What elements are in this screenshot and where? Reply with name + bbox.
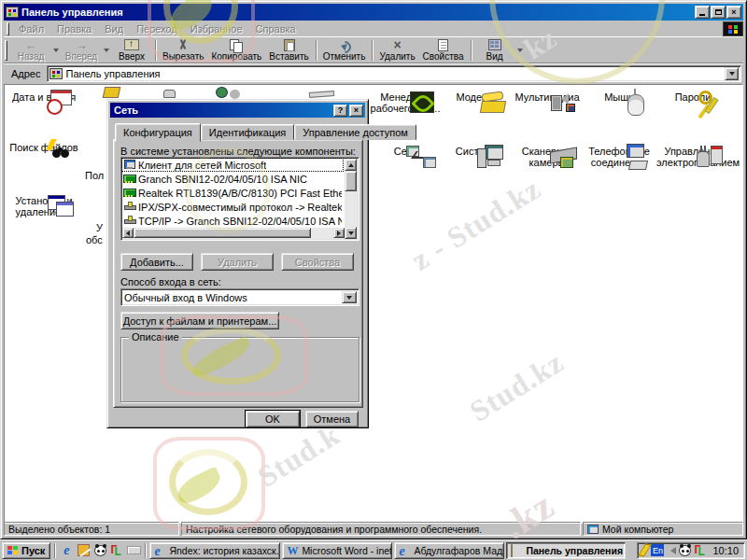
menu-help[interactable]: Справка — [249, 21, 303, 36]
start-button[interactable]: Пуск — [2, 542, 50, 559]
icon-dialup[interactable]: Телефонные соединения — [583, 143, 655, 168]
icon-add-remove-programs[interactable]: Установка и удаление ... — [7, 192, 80, 217]
forward-button[interactable]: → Вперед — [61, 38, 102, 63]
icon-mouse[interactable]: Мышь — [583, 89, 655, 103]
scroll-thumb[interactable] — [134, 228, 311, 238]
icon-network[interactable]: Сеть — [369, 143, 442, 157]
undo-button[interactable]: Отменить — [319, 38, 370, 63]
protocol-icon — [123, 216, 135, 226]
icon-date-time[interactable]: Дата и время — [7, 89, 80, 103]
control-panel-icon — [49, 68, 63, 79]
hidden-display-icon — [163, 90, 176, 98]
menu-favorites[interactable]: Избранное — [184, 21, 249, 36]
list-item[interactable]: Realtek RTL8139(A/B/C/8130) PCI Fast Eth… — [121, 186, 344, 200]
lingvo-icon[interactable] — [109, 543, 124, 558]
status-selected: Выделено объектов: 1 — [4, 522, 179, 536]
address-dropdown-icon[interactable] — [725, 67, 739, 80]
scroll-up-icon[interactable] — [345, 159, 357, 171]
list-item[interactable]: Granch SBNI12-02/04/05/10 ISA NIC — [121, 172, 344, 186]
client-icon — [123, 160, 135, 170]
tab-configuration[interactable]: Конфигурация — [115, 123, 201, 142]
ok-button[interactable]: OK — [246, 411, 300, 427]
component-properties-button[interactable]: Свойства — [281, 253, 354, 271]
logon-combobox[interactable]: Обычный вход в Windows — [120, 288, 359, 306]
scroll-left-icon[interactable] — [122, 228, 134, 238]
view-dropdown-icon[interactable] — [517, 49, 523, 52]
address-input[interactable]: Панель управления — [47, 65, 742, 82]
menu-view[interactable]: Вид — [98, 21, 130, 36]
icon-multimedia[interactable]: Мультимедиа — [511, 89, 584, 103]
paste-button[interactable]: Вставить — [265, 38, 312, 63]
delete-button[interactable]: × Удалить — [375, 38, 418, 63]
panda-antivirus-icon[interactable] — [92, 543, 107, 558]
add-button[interactable]: Добавить... — [120, 253, 193, 271]
list-item[interactable]: Клиент для сетей Microsoft — [121, 158, 344, 172]
combo-dropdown-icon[interactable] — [342, 291, 357, 303]
file-print-sharing-button[interactable]: Доступ к файлам и принтерам... — [120, 312, 279, 329]
maximize-button[interactable] — [711, 6, 726, 19]
menu-grip[interactable] — [7, 22, 9, 35]
horizontal-scrollbar[interactable] — [122, 228, 345, 239]
toolbar-separator — [155, 40, 156, 61]
icon-passwords[interactable]: Пароли — [656, 89, 729, 103]
dialog-help-button[interactable]: ? — [333, 105, 347, 117]
scroll-thumb[interactable] — [345, 171, 357, 191]
hidden-sound-icon — [103, 87, 121, 98]
lingvo-tray-icon[interactable] — [694, 544, 707, 557]
hidden-icon-label-fragment: У — [96, 222, 106, 233]
remove-button[interactable]: Удалить — [201, 253, 274, 271]
internet-explorer-icon[interactable]: e — [59, 543, 74, 558]
task-yandex[interactable]: e Яndex: история казахск... — [149, 542, 280, 559]
back-dropdown-icon[interactable] — [53, 49, 59, 52]
status-zone: Мой компьютер — [583, 522, 743, 536]
toolbar-grip[interactable] — [5, 40, 7, 61]
keyboard-icon[interactable] — [126, 543, 141, 558]
copy-button[interactable]: Копировать — [207, 38, 265, 63]
scroll-down-icon[interactable] — [345, 227, 357, 239]
folder-icon — [511, 545, 523, 556]
panda-tray-icon[interactable] — [679, 545, 691, 556]
dialog-close-button[interactable]: × — [349, 105, 363, 117]
taskbar: Пуск e e Яndex: история казахск... W Mic… — [0, 539, 747, 560]
tab-access-control[interactable]: Управление доступом — [294, 124, 416, 140]
back-button[interactable]: ← Назад — [10, 38, 51, 63]
description-groupbox: Описание — [120, 337, 359, 402]
outlook-express-icon[interactable] — [76, 543, 91, 558]
forward-dropdown-icon[interactable] — [104, 49, 109, 52]
up-button[interactable]: Вверх — [111, 38, 152, 63]
cancel-button[interactable]: Отмена — [305, 411, 359, 427]
list-item[interactable]: IPX/SPX-совместимый протокол -> Realtek … — [121, 200, 344, 214]
task-word[interactable]: W Microsoft Word - inet — [282, 542, 392, 559]
undo-icon — [338, 39, 350, 51]
components-list[interactable]: Клиент для сетей Microsoft Granch SBNI12… — [120, 157, 359, 241]
view-button[interactable]: Вид — [474, 38, 515, 63]
icon-power-management[interactable]: Управление электропитанием — [656, 143, 729, 168]
icon-desktop-manager[interactable]: Менеджер рабочего сто... — [369, 89, 442, 114]
tab-identification[interactable]: Идентификация — [201, 124, 294, 140]
tray-lightning-icon[interactable] — [639, 544, 652, 557]
screen: Панель управления × Файл Правка Вид Пере… — [0, 0, 747, 560]
logon-label: Способ входа в сеть: — [120, 276, 221, 287]
menu-go[interactable]: Переход — [130, 21, 184, 36]
menu-file[interactable]: Файл — [12, 21, 50, 36]
task-control-panel[interactable]: Панель управления — [506, 542, 626, 559]
icon-system[interactable]: Система — [440, 143, 513, 157]
windows-logo-icon — [723, 21, 743, 36]
language-indicator[interactable]: En — [651, 544, 664, 556]
icon-scanners-cameras[interactable]: Сканеры и камеры — [511, 143, 584, 168]
menu-edit[interactable]: Правка — [50, 21, 98, 36]
scroll-right-icon[interactable] — [333, 228, 345, 238]
task-abdulgafarov[interactable]: e Абдулгафаров Мади - О... — [394, 542, 504, 559]
cut-button[interactable]: Вырезать — [159, 38, 207, 63]
toolbar: ← Назад → Вперед Вверх Вырезать Копирова… — [4, 37, 743, 63]
minimize-button[interactable] — [695, 6, 710, 19]
title-bar: Панель управления × — [4, 4, 743, 21]
properties-button[interactable]: Свойства — [419, 38, 468, 63]
list-item[interactable]: TCP/IP -> Granch SBNI12-02/04/05/10 ISA … — [121, 214, 344, 228]
icon-find-files[interactable]: Поиск файлов — [7, 139, 80, 153]
volume-icon[interactable] — [667, 547, 676, 554]
vertical-scrollbar[interactable] — [345, 159, 358, 239]
close-button[interactable]: × — [726, 6, 741, 19]
toolbar-separator — [316, 40, 317, 61]
icon-modems[interactable]: Модемы — [440, 89, 513, 103]
